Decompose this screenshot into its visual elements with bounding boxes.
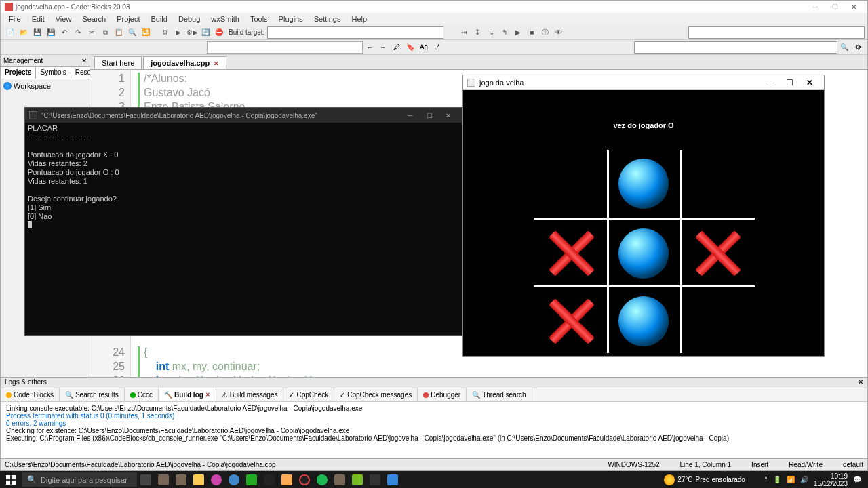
menu-view[interactable]: View [50,15,77,23]
debug-next-icon[interactable]: ↧ [471,26,484,39]
cell-1-1[interactable] [610,220,677,287]
cell-0-0[interactable] [536,150,604,218]
menu-build[interactable]: Build [145,15,172,23]
build-target-combo[interactable] [267,26,443,39]
run-icon[interactable]: ▶ [172,26,184,39]
redo-icon[interactable]: ↷ [72,26,84,39]
taskbar-app-1[interactable] [155,471,172,488]
cell-2-0[interactable] [536,287,604,355]
log-tab-threadsearch[interactable]: 🔍Thread search [467,388,532,401]
console-minimize[interactable]: ─ [401,112,420,119]
taskbar-record[interactable] [296,471,313,488]
logs-close-icon[interactable]: ✕ [858,378,863,387]
bookmark-icon[interactable]: 🔖 [404,41,416,54]
maximize-button[interactable]: ☐ [825,2,844,12]
taskbar-app-2[interactable] [172,471,190,488]
menu-debug[interactable]: Debug [173,15,205,23]
tray-battery-icon[interactable]: 🔋 [773,476,781,483]
tray-notifications-icon[interactable]: 💬 [853,476,861,483]
game-close[interactable]: ✕ [800,78,820,87]
cell-2-1[interactable] [610,287,677,355]
debug-info-icon[interactable]: ⓘ [539,26,551,39]
debug-step-icon[interactable]: ⇥ [458,26,470,39]
taskbar-terminal[interactable] [260,471,278,488]
tray-chevron-icon[interactable]: ˄ [764,476,768,483]
build-icon[interactable]: ⚙ [159,26,171,39]
taskbar-xbox[interactable] [243,471,260,488]
taskbar-app-5[interactable] [349,471,366,488]
taskbar-search[interactable]: 🔍 Digite aqui para pesquisar [22,472,137,487]
taskbar-codeblocks[interactable] [278,471,296,488]
symbols-combo[interactable] [634,41,837,54]
case-icon[interactable]: Aa [418,41,430,54]
start-button[interactable] [0,471,22,488]
task-view-icon[interactable] [137,471,155,488]
mgmt-close-icon[interactable]: ✕ [81,57,87,64]
game-titlebar[interactable]: jogo da velha ─ ☐ ✕ [463,75,824,90]
console-close[interactable]: ✕ [439,112,458,119]
mgmt-tab-projects[interactable]: Projects [1,67,36,79]
toolbar-search-input[interactable] [207,41,363,54]
taskbar-spotify[interactable] [313,471,331,488]
game-maximize[interactable]: ☐ [779,78,800,87]
console-titlebar[interactable]: "C:\Users\Enzo\Documents\Faculdade\Labor… [25,108,462,123]
menu-wxsmith[interactable]: wxSmith [205,15,245,23]
weather-widget[interactable]: 27°C Pred ensolarado [664,474,745,485]
close-button[interactable]: ✕ [844,2,863,12]
console-maximize[interactable]: ☐ [420,112,439,119]
log-tab-buildlog[interactable]: 🔨Build log✕ [159,388,216,401]
debug-stop-icon[interactable]: ■ [526,26,538,39]
find-icon[interactable]: 🔍 [126,26,138,39]
taskbar-edge[interactable] [225,471,243,488]
search-back-icon[interactable]: ← [363,41,376,54]
undo-icon[interactable]: ↶ [58,26,71,39]
goto-icon[interactable]: 🔍 [838,41,850,54]
cell-0-1[interactable] [610,150,677,218]
build-log-output[interactable]: Linking console executable: C:\Users\Enz… [1,402,867,458]
menu-help[interactable]: Help [346,15,372,23]
menu-project[interactable]: Project [111,15,145,23]
replace-icon[interactable]: 🔁 [140,26,152,39]
taskbar-app-4[interactable] [331,471,349,488]
log-tab-cppcheckmsg[interactable]: ✓CppCheck messages [334,388,418,401]
cell-1-2[interactable] [683,220,751,287]
rebuild-icon[interactable]: 🔄 [199,26,212,39]
menu-plugins[interactable]: Plugins [273,15,309,23]
new-file-icon[interactable]: 📄 [4,26,16,39]
menu-search[interactable]: Search [77,15,111,23]
game-minimize[interactable]: ─ [759,78,779,87]
taskbar-app-7[interactable] [384,471,401,488]
menu-tools[interactable]: Tools [245,15,273,23]
minimize-button[interactable]: ─ [806,2,825,12]
cell-1-0[interactable] [536,220,604,287]
tab-jogodavelha[interactable]: jogodavelha.cpp✕ [143,56,226,69]
menu-file[interactable]: File [3,15,26,23]
options-icon[interactable]: ⚙ [852,41,864,54]
search-fwd-icon[interactable]: → [377,41,389,54]
tray-clock[interactable]: 10:19 15/12/2023 [814,472,848,487]
tab-close-icon[interactable]: ✕ [214,60,219,67]
debug-out-icon[interactable]: ↰ [498,26,511,39]
log-tab-debugger[interactable]: Debugger [418,388,467,401]
debug-into-icon[interactable]: ↴ [485,26,497,39]
save-icon[interactable]: 💾 [31,26,43,39]
mgmt-tab-symbols[interactable]: Symbols [36,67,71,79]
tab-start-here[interactable]: Start here [94,56,142,69]
debug-continue-icon[interactable]: ▶ [512,26,524,39]
save-all-icon[interactable]: 💾 [45,26,57,39]
regex-icon[interactable]: .* [431,41,443,54]
log-tab-search[interactable]: 🔍Search results [60,388,125,401]
open-icon[interactable]: 📂 [18,26,30,39]
debug-watch-icon[interactable]: 👁 [553,26,565,39]
copy-icon[interactable]: ⧉ [99,26,111,39]
workspace-node[interactable]: Workspace [3,82,87,90]
paste-icon[interactable]: 📋 [113,26,125,39]
console-output[interactable]: PLACAR ============== Pontuacao do jogad… [25,123,462,232]
taskbar-app-3[interactable] [208,471,225,488]
tray-volume-icon[interactable]: 🔊 [800,476,808,483]
tray-wifi-icon[interactable]: 📶 [787,476,795,483]
taskbar-explorer[interactable] [190,471,208,488]
cell-0-2[interactable] [683,150,751,218]
cut-icon[interactable]: ✂ [85,26,98,39]
log-tab-buildmsg[interactable]: ⚠Build messages [216,388,284,401]
